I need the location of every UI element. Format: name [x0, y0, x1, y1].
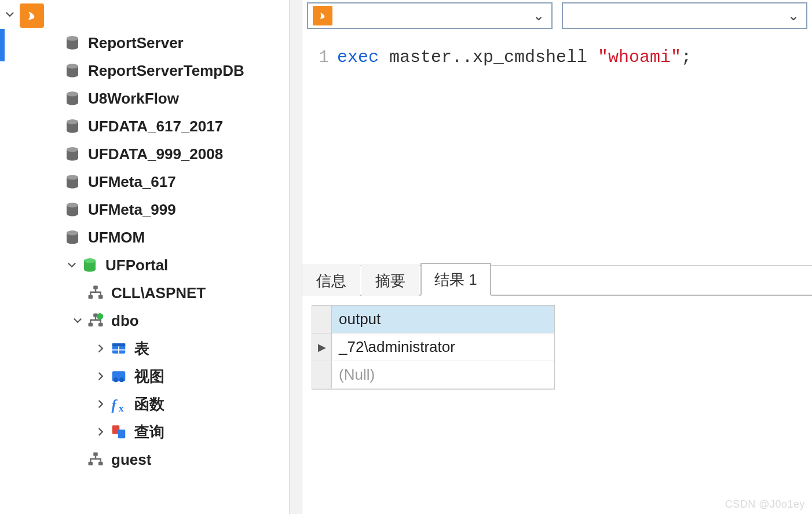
code-line[interactable]: exec master..xp_cmdshell "whoami";: [337, 47, 812, 265]
table-row[interactable]: (Null): [312, 361, 554, 389]
fx-icon: fx: [109, 395, 129, 413]
schema-label: guest: [111, 451, 151, 469]
schema-label: CLL\ASPNET: [111, 284, 206, 302]
chevron-icon[interactable]: [70, 314, 86, 327]
db-label: U8WorkFlow: [88, 90, 179, 108]
chevron-down-icon: ⌄: [533, 8, 544, 24]
chevron-down-icon[interactable]: [64, 259, 80, 271]
svg-rect-19: [89, 295, 93, 299]
chevron-down-icon: ⌄: [788, 8, 799, 24]
database-selector[interactable]: ⌄: [562, 2, 807, 29]
view-icon: [109, 368, 129, 385]
schema-item[interactable]: dbo: [0, 307, 289, 335]
chevron-right-icon[interactable]: [93, 370, 109, 383]
schema-label: dbo: [111, 312, 139, 330]
database-active-icon: [80, 256, 100, 274]
schema-child[interactable]: fx函数: [0, 390, 289, 418]
sql-string: "whoami": [598, 47, 681, 67]
svg-rect-37: [89, 462, 93, 465]
database-icon: [63, 34, 82, 52]
schema-icon: [86, 312, 105, 329]
connection-icon: [313, 6, 332, 25]
sql-text: master..xp_cmdshell: [379, 47, 598, 67]
db-item-ufportal[interactable]: UFPortal: [0, 251, 289, 279]
svg-text:f: f: [112, 397, 118, 413]
db-item[interactable]: ReportServerTempDB: [0, 57, 289, 85]
svg-point-5: [67, 92, 78, 97]
connection-row[interactable]: [0, 2, 289, 29]
table-icon: [109, 340, 129, 357]
svg-point-11: [67, 175, 78, 180]
table-row[interactable]: ▶ _72\administrator: [312, 333, 554, 361]
database-icon: [63, 90, 82, 107]
svg-rect-35: [118, 429, 126, 438]
db-item[interactable]: UFMeta_999: [0, 196, 289, 223]
chevron-right-icon[interactable]: [93, 425, 109, 438]
svg-rect-26: [112, 343, 126, 346]
db-item[interactable]: UFDATA_999_2008: [0, 140, 289, 168]
svg-point-30: [114, 377, 118, 382]
query-icon: [109, 423, 129, 440]
db-label: ReportServerTempDB: [88, 62, 244, 80]
schema-item[interactable]: CLL\ASPNET: [0, 279, 289, 307]
row-header[interactable]: ▶: [312, 333, 332, 361]
db-item[interactable]: U8WorkFlow: [0, 85, 289, 112]
row-header-corner: [312, 306, 332, 333]
results-panel: 信息 摘要 结果 1 output ▶ _72\administrator(Nu…: [302, 265, 812, 514]
schema-child[interactable]: 查询: [0, 418, 289, 446]
cell-output[interactable]: _72\administrator: [332, 333, 554, 361]
db-item[interactable]: UFMeta_617: [0, 168, 289, 196]
svg-rect-38: [98, 462, 103, 465]
line-number: 1: [302, 47, 329, 67]
chevron-right-icon[interactable]: [93, 398, 109, 410]
result-grid[interactable]: output ▶ _72\administrator(Null): [312, 305, 555, 390]
db-label: UFMeta_617: [88, 173, 176, 191]
child-label: 函数: [134, 394, 164, 414]
schema-child[interactable]: 表: [0, 335, 289, 362]
db-label: UFMOM: [88, 229, 145, 247]
svg-rect-36: [93, 453, 98, 456]
current-row-icon: ▶: [318, 341, 326, 354]
toolbar: ⌄ ⌄: [302, 0, 812, 34]
column-header[interactable]: output: [332, 306, 554, 333]
connection-selector[interactable]: ⌄: [307, 2, 553, 29]
svg-point-24: [97, 313, 103, 320]
sidebar: ReportServerReportServerTempDBU8WorkFlow…: [0, 0, 290, 514]
db-item[interactable]: ReportServer: [0, 29, 289, 57]
svg-rect-22: [89, 323, 93, 326]
connection-icon: [20, 3, 44, 28]
tab-result-1[interactable]: 结果 1: [420, 263, 491, 296]
sql-editor[interactable]: 1 exec master..xp_cmdshell "whoami";: [302, 34, 812, 265]
database-icon: [63, 229, 82, 246]
child-label: 视图: [134, 366, 164, 387]
schema-child[interactable]: 视图: [0, 362, 289, 390]
db-item[interactable]: UFDATA_617_2017: [0, 112, 289, 140]
tab-info[interactable]: 信息: [302, 264, 360, 296]
tab-summary[interactable]: 摘要: [361, 264, 419, 296]
line-gutter: 1: [302, 47, 337, 265]
cell-output[interactable]: (Null): [332, 361, 554, 388]
db-label: UFMeta_999: [88, 201, 176, 219]
db-item[interactable]: UFMOM: [0, 223, 289, 251]
svg-rect-20: [98, 295, 103, 299]
svg-point-9: [67, 148, 78, 152]
database-icon: [63, 201, 82, 218]
schema-item[interactable]: guest: [0, 446, 289, 473]
sql-text: ;: [681, 47, 692, 67]
grid-header: output: [312, 306, 554, 333]
chevron-down-icon[interactable]: [3, 8, 16, 23]
child-label: 查询: [134, 422, 164, 442]
svg-point-31: [119, 377, 124, 382]
chevron-right-icon[interactable]: [93, 342, 109, 355]
vertical-splitter[interactable]: [290, 0, 302, 514]
svg-point-7: [67, 120, 78, 124]
svg-point-15: [67, 231, 78, 236]
svg-point-17: [84, 259, 96, 263]
sql-keyword: exec: [337, 47, 379, 67]
database-icon: [63, 173, 82, 190]
child-label: 表: [134, 339, 149, 359]
row-header[interactable]: [312, 361, 332, 388]
svg-point-1: [67, 36, 78, 41]
database-icon: [63, 145, 82, 163]
svg-point-3: [67, 64, 78, 69]
